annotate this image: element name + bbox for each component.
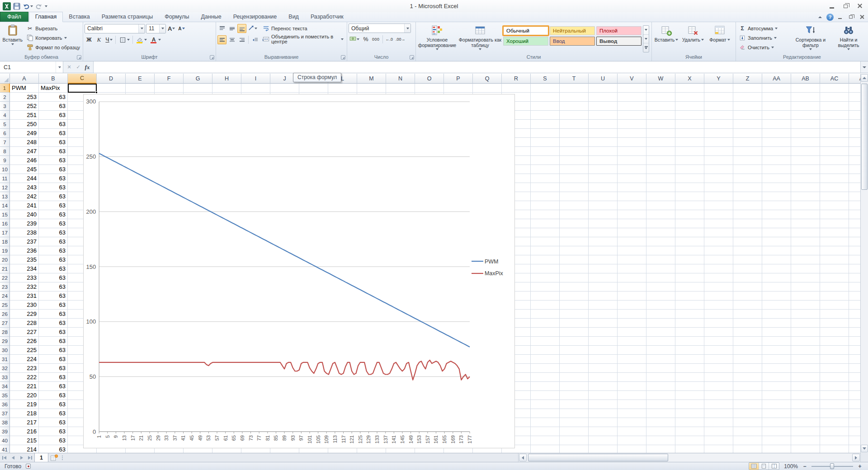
col-header-X[interactable]: X [675,74,704,84]
increase-decimal-button[interactable]: ←.0 [385,35,394,44]
row-header-27[interactable]: 27 [0,319,10,328]
col-header-C[interactable]: C [68,74,97,84]
redo-button[interactable] [35,3,42,10]
cell-B32[interactable]: 63 [39,364,67,372]
col-header-Z[interactable]: Z [733,74,762,84]
insert-function-button[interactable]: fx [83,63,91,71]
cell-B4[interactable]: 63 [39,111,67,119]
cell-A19[interactable]: 236 [10,246,38,255]
alignment-dialog-launcher[interactable] [341,55,345,60]
cell-B17[interactable]: 63 [39,228,67,237]
row-header-12[interactable]: 12 [0,183,10,192]
row-header-30[interactable]: 30 [0,346,10,355]
cell-A15[interactable]: 240 [10,210,38,219]
cell-B9[interactable]: 63 [39,156,67,164]
cell-B31[interactable]: 63 [39,355,67,363]
row-header-39[interactable]: 39 [0,427,10,436]
scroll-down-button[interactable] [861,445,868,452]
cell-B18[interactable]: 63 [39,237,67,246]
row-header-8[interactable]: 8 [0,147,10,156]
vertical-scroll-thumb[interactable] [861,84,868,190]
formula-bar-expand-button[interactable] [860,61,868,73]
merge-center-button[interactable]: Объединить и поместить в центре [261,34,345,44]
name-box-dropdown[interactable] [56,61,63,73]
page-layout-view-button[interactable] [759,463,769,470]
row-header-34[interactable]: 34 [0,382,10,391]
cell-B7[interactable]: 63 [39,138,67,146]
cell-B14[interactable]: 63 [39,201,67,210]
cell-A11[interactable]: 244 [10,174,38,183]
row-header-7[interactable]: 7 [0,138,10,147]
workbook-minimize-button[interactable] [835,13,844,21]
tab-вставка[interactable]: Вставка [63,12,95,22]
vertical-scrollbar[interactable] [860,74,868,453]
cell-A9[interactable]: 246 [10,156,38,164]
clipboard-dialog-launcher[interactable] [77,55,81,60]
col-header-U[interactable]: U [589,74,618,84]
cell-B10[interactable]: 63 [39,165,67,174]
cell-B27[interactable]: 63 [39,319,67,327]
tab-файл[interactable]: Файл [0,12,28,22]
cell-A18[interactable]: 237 [10,237,38,246]
row-header-40[interactable]: 40 [0,436,10,445]
cell-A4[interactable]: 251 [10,111,38,119]
first-sheet-button[interactable] [0,453,9,462]
wrap-text-button[interactable]: Перенос текста [261,24,345,33]
comma-format-button[interactable]: 000 [371,35,381,44]
font-name-combo[interactable]: Calibri [85,24,145,33]
normal-view-button[interactable] [749,463,759,470]
prev-sheet-button[interactable] [9,453,17,462]
tab-вид[interactable]: Вид [283,12,305,22]
col-header-H[interactable]: H [212,74,241,84]
col-header-A[interactable]: A [10,74,39,84]
row-header-23[interactable]: 23 [0,282,10,291]
col-header-W[interactable]: W [646,74,675,84]
decrease-decimal-button[interactable]: .00→ [395,35,406,44]
cell-B16[interactable]: 63 [39,219,67,228]
row-header-18[interactable]: 18 [0,237,10,246]
row-header-26[interactable]: 26 [0,310,10,319]
cell-A31[interactable]: 224 [10,355,38,363]
cell-A1[interactable]: PWM [10,84,38,92]
row-header-32[interactable]: 32 [0,364,10,373]
cell-B23[interactable]: 63 [39,282,67,291]
row-header-24[interactable]: 24 [0,291,10,301]
row-header-17[interactable]: 17 [0,228,10,237]
row-header-19[interactable]: 19 [0,246,10,255]
cell-B2[interactable]: 63 [39,93,67,101]
col-header-V[interactable]: V [618,74,646,84]
row-header-28[interactable]: 28 [0,328,10,337]
fill-button[interactable]: Заполнить [737,33,791,42]
minimize-button[interactable] [825,1,838,10]
align-middle-button[interactable] [227,24,236,33]
help-icon[interactable]: ? [826,14,834,21]
gallery-down-button[interactable] [643,35,649,44]
cell-A5[interactable]: 250 [10,120,38,128]
align-top-button[interactable] [217,24,226,33]
row-header-5[interactable]: 5 [0,120,10,129]
cell-A25[interactable]: 230 [10,301,38,309]
row-header-10[interactable]: 10 [0,165,10,174]
cell-A36[interactable]: 219 [10,400,38,409]
cell-A22[interactable]: 233 [10,273,38,282]
row-header-2[interactable]: 2 [0,93,10,102]
col-header-B[interactable]: B [39,74,68,84]
save-button[interactable] [13,3,20,10]
row-header-13[interactable]: 13 [0,192,10,201]
zoom-out-button[interactable]: − [801,463,808,470]
row-header-22[interactable]: 22 [0,273,10,282]
cell-A26[interactable]: 229 [10,310,38,318]
cell-style-Плохой[interactable]: Плохой [596,26,642,35]
zoom-level[interactable]: 100% [783,463,798,470]
font-size-dropdown[interactable] [159,24,165,33]
undo-button[interactable] [23,3,33,10]
scroll-up-button[interactable] [861,74,868,82]
scroll-left-button[interactable] [519,454,527,461]
embedded-chart[interactable]: 0501001502002503001591317212529333741454… [83,94,515,448]
row-header-36[interactable]: 36 [0,400,10,409]
cell-style-Ввод[interactable]: Ввод [550,37,595,46]
col-header-F[interactable]: F [155,74,184,84]
cell-A38[interactable]: 217 [10,418,38,427]
col-header-E[interactable]: E [126,74,155,84]
number-format-combo[interactable]: Общий [349,24,411,33]
